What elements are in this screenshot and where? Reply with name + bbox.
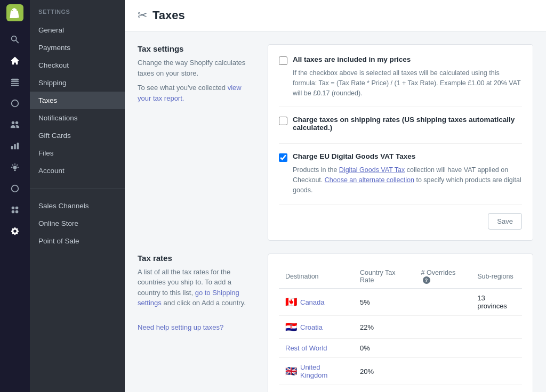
table-row: 🇭🇷Croatia 22%	[279, 316, 522, 339]
flag-uk: 🇬🇧	[285, 365, 297, 377]
tax-rates-table: Destination Country Tax Rate # Overrides…	[279, 265, 522, 393]
tax-settings-description: Tax settings Change the way Shopify calc…	[138, 44, 255, 241]
tax-settings-card: All taxes are included in my prices If t…	[268, 44, 533, 241]
rate-rest: 0%	[354, 339, 415, 358]
rate-canada: 5%	[354, 289, 415, 316]
tax-rates-card: Destination Country Tax Rate # Overrides…	[268, 254, 533, 393]
sidebar-item-taxes[interactable]: Taxes	[30, 92, 125, 109]
nav-customers-icon[interactable]	[4, 115, 26, 134]
rate-vietnam: 0%	[354, 385, 415, 392]
nav-search-icon[interactable]	[4, 30, 26, 49]
tax-settings-title: Tax settings	[138, 44, 255, 53]
tax-settings-footer: Save	[279, 213, 522, 230]
subregions-croatia	[471, 316, 522, 339]
table-row: 🇨🇦Canada 5% 13 provinces	[279, 289, 522, 316]
table-row: Rest of World 0%	[279, 339, 522, 358]
checkbox-label-1[interactable]: All taxes are included in my prices	[279, 55, 522, 65]
tax-rates-title: Tax rates	[138, 254, 255, 263]
main-content: ✂ Taxes Tax settings Change the way Shop…	[125, 0, 546, 392]
subregions-vietnam	[471, 385, 522, 392]
country-link-croatia[interactable]: 🇭🇷Croatia	[285, 321, 347, 333]
shipping-taxes-checkbox[interactable]	[279, 117, 287, 125]
tax-settings-desc1: Change the way Shopify calculates taxes …	[138, 58, 255, 78]
sidebar-title: SETTINGS	[30, 9, 125, 21]
nav-products-icon[interactable]	[4, 94, 26, 113]
alternate-collection-link[interactable]: Choose an alternate collection	[325, 176, 414, 184]
subregions-rest	[471, 339, 522, 358]
sidebar-item-notifications[interactable]: Notifications	[30, 109, 125, 127]
page-title: Taxes	[152, 9, 185, 22]
sidebar-item-point-of-sale[interactable]: Point of Sale	[30, 232, 125, 250]
sidebar-item-account[interactable]: Account	[30, 162, 125, 179]
shopify-logo[interactable]	[6, 4, 23, 21]
eu-vat-checkbox[interactable]	[279, 153, 287, 162]
sidebar: SETTINGS General Payments Checkout Shipp…	[30, 0, 125, 392]
tax-rates-description: Tax rates A list of all the tax rates fo…	[138, 254, 255, 393]
col-country-tax-rate: Country Tax Rate	[354, 265, 415, 289]
digital-goods-link[interactable]: Digital Goods VAT Tax	[339, 166, 405, 174]
checkbox-label-2[interactable]: Charge taxes on shipping rates (US shipp…	[279, 116, 522, 132]
sidebar-item-checkout[interactable]: Checkout	[30, 56, 125, 74]
overrides-vietnam	[415, 385, 471, 392]
country-link-rest[interactable]: Rest of World	[285, 344, 347, 352]
nav-settings-icon[interactable]	[4, 222, 26, 241]
table-row: 🇬🇧United Kingdom 20%	[279, 358, 522, 385]
checkbox-desc-1: If the checkbox above is selected all ta…	[293, 68, 522, 98]
sidebar-item-shipping[interactable]: Shipping	[30, 74, 125, 92]
checkbox-label-3[interactable]: Charge EU Digital Goods VAT Taxes	[279, 152, 522, 162]
checkbox-row-3: Charge EU Digital Goods VAT Taxes Produc…	[279, 152, 522, 204]
sidebar-item-gift-cards[interactable]: Gift Cards	[30, 127, 125, 144]
page-header: ✂ Taxes	[125, 0, 546, 31]
flag-croatia: 🇭🇷	[285, 321, 297, 333]
overrides-croatia	[415, 316, 471, 339]
nav-discounts-icon[interactable]	[4, 179, 26, 198]
overrides-canada	[415, 289, 471, 316]
checkbox-desc-3: Products in the Digital Goods VAT Tax co…	[293, 165, 522, 195]
nav-analytics-icon[interactable]	[4, 136, 26, 156]
tax-settings-desc2: To see what you've collected view your t…	[138, 83, 255, 103]
country-link-canada[interactable]: 🇨🇦Canada	[285, 296, 347, 308]
col-destination: Destination	[279, 265, 354, 289]
nav-orders-icon[interactable]	[4, 72, 26, 92]
nav-apps-icon[interactable]	[4, 200, 26, 219]
flag-canada: 🇨🇦	[285, 296, 297, 308]
sidebar-item-general[interactable]: General	[30, 21, 125, 39]
help-link[interactable]: Need help setting up taxes?	[138, 323, 223, 331]
col-overrides: # Overrides ?	[415, 265, 471, 289]
rate-uk: 20%	[354, 358, 415, 385]
content-area: Tax settings Change the way Shopify calc…	[125, 31, 546, 392]
sidebar-item-online-store[interactable]: Online Store	[30, 215, 125, 232]
all-taxes-checkbox[interactable]	[279, 56, 287, 65]
save-button[interactable]: Save	[488, 213, 522, 230]
checkbox-row-1: All taxes are included in my prices If t…	[279, 55, 522, 107]
table-row: 🇻🇳Vietnam 0%	[279, 385, 522, 392]
subregions-canada: 13 provinces	[471, 289, 522, 316]
overrides-rest	[415, 339, 471, 358]
taxes-icon: ✂	[138, 9, 147, 22]
tax-settings-section: Tax settings Change the way Shopify calc…	[138, 44, 533, 241]
country-link-uk[interactable]: 🇬🇧United Kingdom	[285, 363, 347, 379]
sidebar-item-payments[interactable]: Payments	[30, 39, 125, 56]
tax-rates-section: Tax rates A list of all the tax rates fo…	[138, 254, 533, 393]
overrides-uk	[415, 358, 471, 385]
sidebar-section-channels: Sales Channels Online Store Point of Sal…	[30, 188, 125, 250]
sidebar-item-files[interactable]: Files	[30, 144, 125, 162]
subregions-uk	[471, 358, 522, 385]
col-subregions: Sub-regions	[471, 265, 522, 289]
overrides-help-icon: ?	[423, 276, 430, 284]
rate-croatia: 22%	[354, 316, 415, 339]
nav-home-icon[interactable]	[4, 51, 26, 70]
sidebar-item-sales-channels[interactable]: Sales Channels	[30, 197, 125, 215]
tax-rates-desc: A list of all the tax rates for the coun…	[138, 267, 255, 308]
checkbox-row-2: Charge taxes on shipping rates (US shipp…	[279, 116, 522, 144]
nav-marketing-icon[interactable]	[4, 158, 26, 177]
icon-bar	[0, 0, 30, 392]
